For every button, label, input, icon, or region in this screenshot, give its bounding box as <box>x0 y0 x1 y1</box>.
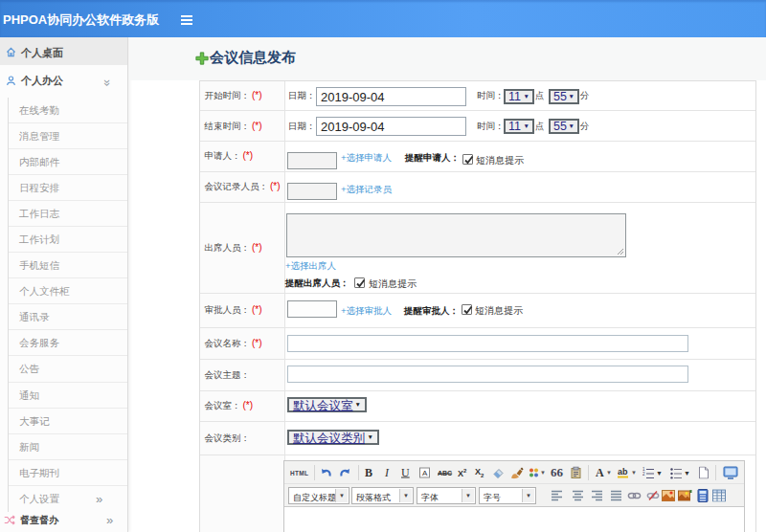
svg-text:2: 2 <box>642 471 645 476</box>
